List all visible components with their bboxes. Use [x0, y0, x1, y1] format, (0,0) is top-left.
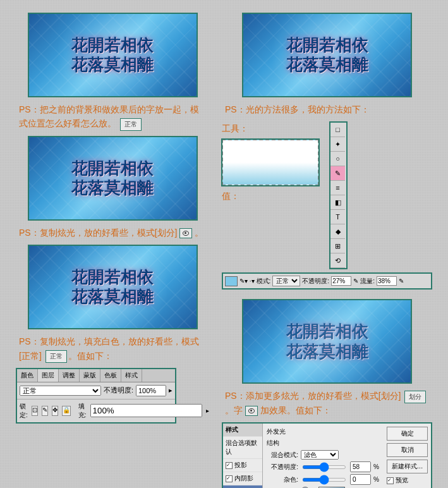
tab-adjust[interactable]: 调整 — [59, 369, 80, 382]
tool-shape-icon[interactable]: ◆ — [330, 224, 345, 239]
lock-all-icon[interactable]: 🔒 — [62, 406, 71, 416]
fx-drop-shadow[interactable]: 投影 — [223, 459, 262, 472]
tool-marquee-icon[interactable]: □ — [330, 123, 345, 137]
right-column: 花開若相依花落莫相離 PS：光的方法很多，我的方法如下： 工具： 值： □ ✦ … — [222, 9, 432, 488]
noise-val[interactable] — [350, 474, 371, 485]
preview-check[interactable] — [387, 477, 394, 484]
fx-opacity-label: 不透明度: — [267, 463, 298, 472]
fx-opacity-val[interactable] — [350, 461, 371, 472]
tool-gradient-icon[interactable]: ≡ — [330, 181, 345, 195]
preview-2: 花開若相依花落莫相離 — [28, 136, 198, 221]
tool-rotate-icon[interactable]: ⟲ — [330, 253, 345, 268]
note-2: PS：复制炫光，放的好看些，模式[划分] 。 — [19, 226, 206, 240]
tab-swatch[interactable]: 色板 — [100, 369, 121, 382]
blend-select[interactable]: 滤色 — [301, 450, 339, 460]
opt-mode-select[interactable]: 正常 — [272, 276, 300, 286]
tab-style[interactable]: 样式 — [121, 369, 142, 382]
fx-inner-shadow[interactable]: 内阴影 — [223, 472, 262, 485]
struct-group: 结构 — [267, 439, 380, 448]
tab-color[interactable]: 颜色 — [17, 369, 38, 382]
fx-opacity-slider[interactable] — [302, 465, 346, 469]
tool-lasso-icon[interactable]: ○ — [330, 152, 345, 166]
opt-flow-input[interactable] — [377, 276, 397, 286]
blend-label: 混合模式: — [267, 451, 298, 460]
tab-mask[interactable]: 蒙版 — [80, 369, 100, 382]
ok-button[interactable]: 确定 — [387, 427, 428, 441]
brush-swatch[interactable] — [225, 276, 238, 286]
mode-pill-normal-2: 正常 — [45, 350, 67, 363]
noise-slider[interactable] — [302, 478, 346, 482]
cancel-button[interactable]: 取消 — [387, 443, 428, 457]
layers-tabs: 颜色 图层 调整 蒙版 色板 样式 — [17, 369, 175, 382]
lock-label: 锁定: — [20, 402, 28, 420]
preview-r2: 花開若相依花落莫相離 — [242, 299, 412, 384]
lock-transparency-icon[interactable]: ⊡ — [32, 406, 38, 416]
tool-palette: □ ✦ ○ ✎ ≡ ◧ T ◆ ⊞ ⟲ — [329, 121, 348, 269]
blend-mode-select[interactable]: 正常 — [20, 386, 101, 396]
note-1: PS：把之前的背景和做效果后的字放一起，模式位置怎么好看怎么放。 正常 — [19, 102, 206, 131]
preview-r1: 花開若相依花落莫相離 — [242, 13, 412, 97]
left-column: 花開若相依花落莫相離 PS：把之前的背景和做效果后的字放一起，模式位置怎么好看怎… — [16, 9, 209, 488]
tool-label: 工具： — [222, 123, 248, 133]
new-style-button[interactable]: 新建样式… — [387, 460, 428, 473]
fx-outer-glow[interactable]: 外发光 — [223, 485, 262, 488]
opt-opacity-label: 不透明度: — [302, 277, 329, 286]
tab-layer[interactable]: 图层 — [38, 369, 59, 382]
preview-label: 预览 — [396, 476, 408, 485]
lock-paint-icon[interactable]: ✎ — [42, 406, 48, 416]
lock-position-icon[interactable]: ✥ — [52, 406, 58, 416]
eye-icon-2 — [245, 406, 258, 416]
tool-eraser-icon[interactable]: ◧ — [330, 195, 345, 210]
opt-mode-label: 模式: — [257, 277, 271, 286]
note-r1: PS：光的方法很多，我的方法如下： — [225, 102, 429, 116]
tool-crop-icon[interactable]: ⊞ — [330, 239, 345, 253]
layer-style-dialog: 样式 混合选项默认 投影 内阴影 外发光 内发光 斜面 光泽 颜色叠加 渐变叠加… — [222, 422, 432, 488]
noise-label: 杂色: — [267, 475, 298, 484]
fill-label: 填充: — [78, 402, 87, 420]
fx-button-column: 确定 取消 新建样式… 预览 — [384, 424, 431, 488]
fx-settings: 外发光 结构 混合模式:滤色 不透明度:% 杂色:% ○ ▾ 图素 方法:柔和 … — [263, 424, 384, 488]
tool-text-icon[interactable]: T — [330, 210, 345, 224]
tool-brush-icon[interactable]: ✎ — [330, 166, 345, 181]
eye-icon — [179, 228, 192, 238]
gradient-preview — [222, 139, 319, 186]
fx-blend-default[interactable]: 混合选项默认 — [223, 437, 262, 459]
tool-wand-icon[interactable]: ✦ — [330, 137, 345, 152]
mode-pill-normal: 正常 — [120, 118, 142, 131]
preview-3: 花開若相依花落莫相離 — [28, 245, 198, 329]
opt-opacity-input[interactable] — [331, 276, 351, 286]
value-label: 值： — [222, 191, 239, 201]
opacity-label: 不透明度: — [104, 386, 133, 395]
layers-panel: 颜色 图层 调整 蒙版 色板 样式 正常 不透明度: ▸ 锁定: ⊡ ✎ ✥ 🔒… — [16, 368, 176, 424]
brush-options-bar: ✎▾ ·▾ 模式: 正常 不透明度: ✎ 流量: ✎ — [222, 272, 432, 290]
opacity-input[interactable] — [136, 385, 166, 396]
preview-1: 花開若相依花落莫相離 — [28, 13, 198, 97]
fx-header: 样式 — [223, 424, 262, 437]
opt-flow-label: 流量: — [360, 277, 375, 286]
note-r2: PS：添加更多炫光，放的好看些，模式[划分] 划分。字 加效果。值如下： — [225, 389, 429, 417]
fx-list: 样式 混合选项默认 投影 内阴影 外发光 内发光 斜面 光泽 颜色叠加 渐变叠加… — [223, 424, 263, 488]
fill-input[interactable] — [90, 404, 202, 417]
note-3: PS：复制炫光，填充白色，放的好看些，模式[正常] 正常。值如下： — [19, 334, 206, 363]
mode-pill-divide: 划分 — [404, 391, 426, 403]
fx-title: 外发光 — [267, 427, 380, 436]
